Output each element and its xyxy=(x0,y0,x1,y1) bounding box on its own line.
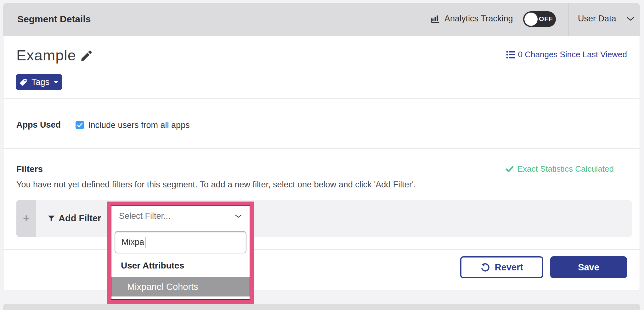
section-separator xyxy=(3,148,640,149)
dropdown-option-label: Mixpanel Cohorts xyxy=(127,282,198,292)
next-section-header xyxy=(3,304,640,310)
page-title: Segment Details xyxy=(17,14,91,25)
check-icon xyxy=(77,123,83,127)
segment-details-page: Segment Details Analytics Tracking OFF U… xyxy=(0,0,644,310)
filter-dropdown-panel: Mixpa User Attributes Mixpanel Cohorts xyxy=(111,227,250,300)
caret-down-icon xyxy=(53,80,59,84)
add-filter-plus-button[interactable]: + xyxy=(16,200,36,237)
list-icon xyxy=(506,51,515,59)
tag-icon xyxy=(19,78,28,86)
revert-button[interactable]: Revert xyxy=(460,256,543,278)
filter-search-value: Mixpa xyxy=(121,237,144,247)
section-separator xyxy=(3,98,640,99)
tags-button-label: Tags xyxy=(31,77,49,87)
add-filter-label: Add Filter xyxy=(59,213,101,224)
save-button[interactable]: Save xyxy=(550,256,627,278)
check-icon xyxy=(506,166,514,172)
funnel-icon xyxy=(47,214,55,223)
plus-icon: + xyxy=(23,212,30,225)
filter-select[interactable]: Select Filter... xyxy=(111,205,250,227)
toggle-state-label: OFF xyxy=(539,15,553,23)
section-separator xyxy=(3,249,640,250)
save-button-label: Save xyxy=(578,262,599,273)
user-data-label: User Data xyxy=(578,14,616,24)
changes-since-last-viewed-link[interactable]: 0 Changes Since Last Viewed xyxy=(506,50,627,59)
tags-button[interactable]: Tags xyxy=(16,74,62,90)
filter-select-value: Select Filter... xyxy=(119,211,234,221)
toggle-knob xyxy=(524,13,538,26)
analytics-tracking-label: Analytics Tracking xyxy=(444,14,513,24)
add-filter-row xyxy=(16,200,632,237)
segment-name: Example xyxy=(16,47,76,64)
apps-used-label: Apps Used xyxy=(16,120,61,130)
filters-instructions: You have not yet defined filters for thi… xyxy=(16,180,416,190)
main-card xyxy=(3,3,640,291)
edit-pencil-icon[interactable] xyxy=(80,49,93,62)
chevron-down-icon xyxy=(626,16,635,21)
dropdown-option-mixpanel-cohorts[interactable]: Mixpanel Cohorts xyxy=(111,277,250,296)
dropdown-group-header: User Attributes xyxy=(121,261,184,271)
include-all-apps-label: Include users from all apps xyxy=(88,120,190,130)
changes-link-label: 0 Changes Since Last Viewed xyxy=(518,50,627,59)
filters-heading: Filters xyxy=(16,164,43,174)
analytics-tracking-toggle[interactable]: OFF xyxy=(523,11,556,27)
revert-icon xyxy=(480,263,490,272)
analytics-tracking-item: Analytics Tracking xyxy=(431,14,513,24)
bar-chart-icon xyxy=(431,14,440,24)
user-data-dropdown[interactable]: User Data xyxy=(578,14,635,24)
header-divider xyxy=(568,3,569,36)
chevron-down-icon xyxy=(234,214,242,219)
filter-search-input[interactable]: Mixpa xyxy=(115,231,246,253)
add-filter-button[interactable]: Add Filter xyxy=(47,213,101,224)
include-all-apps-checkbox[interactable] xyxy=(76,121,84,129)
text-cursor xyxy=(145,237,145,248)
revert-button-label: Revert xyxy=(495,262,523,273)
exact-statistics-label: Exact Statistics Calculated xyxy=(517,164,614,174)
exact-statistics-status: Exact Statistics Calculated xyxy=(506,164,614,174)
